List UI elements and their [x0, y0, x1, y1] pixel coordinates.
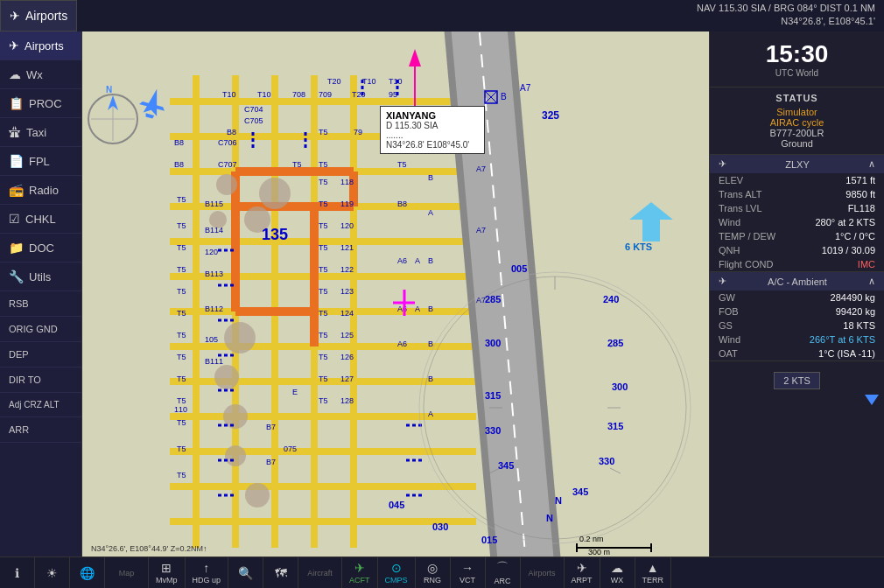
sidebar-item-proc[interactable]: 📋 PROC — [0, 89, 81, 118]
svg-text:T5: T5 — [319, 160, 328, 169]
gw-value: 284490 kg — [831, 292, 875, 303]
sidebar-item-dirto[interactable]: DIR TO — [0, 368, 81, 393]
svg-text:315: 315 — [607, 421, 623, 431]
tooltip-coord: N34°26.8' E108°45.0' — [386, 140, 479, 150]
svg-text:075: 075 — [284, 444, 297, 453]
sidebar-item-rsb[interactable]: RSB — [0, 291, 81, 317]
nav-triangle-icon — [865, 395, 879, 405]
svg-text:T5: T5 — [177, 243, 186, 252]
svg-text:B8: B8 — [174, 138, 184, 147]
rng-button[interactable]: ◎ RNG — [416, 557, 451, 589]
transalt-value: 9850 ft — [845, 189, 875, 200]
svg-text:6 KTS: 6 KTS — [625, 242, 652, 252]
svg-text:T5: T5 — [177, 396, 186, 405]
hdgup-button[interactable]: ↑ HDG up — [186, 557, 229, 589]
map-area[interactable]: T10 T10 T20 T10 T10 708 709 T20 95 C704 … — [82, 32, 709, 556]
brightness-button[interactable]: ☀ — [35, 557, 70, 589]
vct-button[interactable]: → VCT — [451, 557, 486, 589]
hdgup-label: HDG up — [193, 576, 221, 584]
terr-button[interactable]: ▲ TERR — [635, 557, 672, 589]
status-header: STATUS — [719, 93, 875, 103]
svg-text:300: 300 — [612, 382, 628, 392]
wx-bottom-button[interactable]: ☁ WX — [600, 557, 635, 589]
ambient-header: A/C - Ambient — [768, 276, 827, 287]
wind-btn-container: 2 KTS — [710, 361, 884, 410]
svg-text:B: B — [501, 92, 507, 102]
acft-button[interactable]: ✈ ACFT — [342, 557, 378, 589]
arc-button[interactable]: ⌒ ARC — [486, 557, 521, 589]
svg-text:B: B — [428, 256, 433, 265]
sidebar-item-fpl[interactable]: 📄 FPL — [0, 147, 81, 176]
gw-row: GW 284490 kg — [710, 290, 884, 304]
ambient-collapse-icon[interactable]: ∧ — [868, 276, 875, 287]
gs-label: GS — [719, 320, 733, 331]
cmps-button[interactable]: ⊙ CMPS — [378, 557, 416, 589]
airport-collapse-icon[interactable]: ∧ — [868, 158, 875, 170]
airport-section: ✈ ZLXY ∧ ELEV 1571 ft Trans ALT 9850 ft … — [710, 155, 884, 272]
sidebar-item-radio[interactable]: 📻 Radio — [0, 176, 81, 205]
svg-text:T5: T5 — [177, 265, 186, 274]
wind-speed-button[interactable]: 2 KTS — [774, 372, 820, 389]
gs-row: GS 18 KTS — [710, 318, 884, 332]
utils-icon: 🔧 — [9, 270, 24, 284]
svg-point-36 — [245, 483, 270, 508]
proc-icon: 📋 — [9, 96, 24, 110]
mvmp-button[interactable]: ⊞ MvMp — [149, 557, 186, 589]
oat-label: OAT — [719, 348, 738, 359]
acft-label: ACFT — [349, 576, 370, 584]
svg-text:118: 118 — [340, 178, 354, 186]
elev-label: ELEV — [719, 175, 743, 186]
adjcrzalt-label: Adj CRZ ALT — [9, 400, 60, 410]
map2-button[interactable]: 🗺 — [263, 557, 298, 589]
sidebar-item-airports[interactable]: ✈ Airports — [0, 32, 81, 60]
svg-text:110: 110 — [174, 405, 187, 414]
search-button[interactable]: 🔍 — [228, 557, 263, 589]
sidebar-item-taxi[interactable]: 🛣 Taxi — [0, 118, 81, 147]
svg-text:B7: B7 — [266, 458, 276, 466]
svg-text:T5: T5 — [319, 309, 328, 318]
sidebar-item-arr[interactable]: ARR — [0, 417, 81, 443]
svg-text:345: 345 — [498, 460, 514, 471]
globe-button[interactable]: 🌐 — [70, 557, 105, 589]
sidebar-item-adjcrzalt[interactable]: Adj CRZ ALT — [0, 393, 81, 417]
svg-text:122: 122 — [340, 265, 354, 274]
airport-cond-row: Flight COND IMC — [710, 257, 884, 271]
sidebar-item-utils[interactable]: 🔧 Utils — [0, 262, 81, 291]
sidebar-item-dep[interactable]: DEP — [0, 342, 81, 368]
svg-text:120: 120 — [205, 248, 218, 256]
airports-button[interactable]: ✈ Airports — [0, 0, 77, 32]
sidebar: ✈ Airports ☁ Wx 📋 PROC 🛣 Taxi 📄 FPL 📻 Ra… — [0, 32, 82, 556]
svg-text:E: E — [292, 388, 298, 396]
sidebar-wx-label: Wx — [26, 68, 43, 81]
svg-text:005: 005 — [511, 263, 527, 274]
sidebar-item-doc[interactable]: 📁 DOC — [0, 234, 81, 262]
svg-text:N: N — [555, 495, 562, 506]
svg-text:T5: T5 — [292, 160, 302, 169]
sidebar-taxi-label: Taxi — [26, 126, 46, 139]
arpt-label: ARPT — [572, 576, 593, 584]
svg-text:124: 124 — [340, 309, 354, 318]
airport-wind-label: Wind — [719, 217, 740, 228]
arpt-button[interactable]: ✈ ARPT — [565, 557, 600, 589]
ambient-wind-row: Wind 266°T at 6 KTS — [710, 332, 884, 346]
info-button[interactable]: ℹ — [0, 557, 35, 589]
hdgup-icon: ↑ — [203, 561, 209, 575]
sidebar-item-chkl[interactable]: ☑ CHKL — [0, 205, 81, 234]
svg-text:N: N — [546, 513, 553, 523]
airport-wind-value: 280° at 2 KTS — [815, 217, 875, 228]
sidebar-item-origgnd[interactable]: ORIG GND — [0, 317, 81, 342]
search-icon: 🔍 — [238, 566, 253, 580]
ambient-section-header: ✈ A/C - Ambient ∧ — [710, 272, 884, 290]
sidebar-item-wx[interactable]: ☁ Wx — [0, 60, 81, 89]
cmps-icon: ⊙ — [391, 561, 402, 575]
map-tooltip: XIANYANG D 115.30 SIA ....... N34°26.8' … — [380, 106, 485, 154]
svg-text:T5: T5 — [177, 195, 186, 204]
tooltip-dots: ....... — [386, 130, 479, 140]
svg-text:B8: B8 — [174, 160, 184, 169]
elev-value: 1571 ft — [845, 175, 875, 186]
svg-text:B113: B113 — [205, 270, 223, 278]
gw-label: GW — [719, 292, 735, 303]
svg-text:T5: T5 — [319, 178, 328, 186]
svg-text:T5: T5 — [319, 331, 328, 340]
svg-text:T5: T5 — [319, 396, 328, 405]
